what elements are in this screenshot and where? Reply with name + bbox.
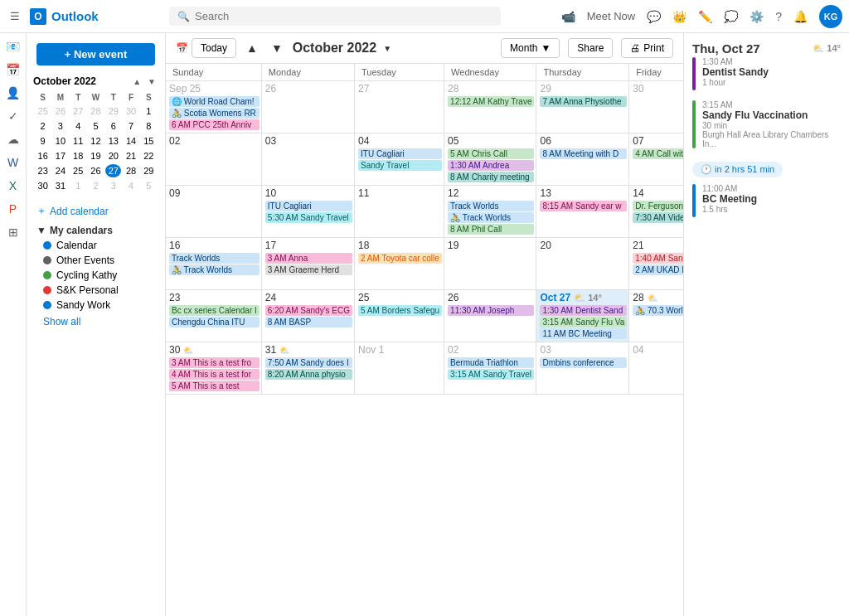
calendar-event[interactable]: 11 AM BC Meeting [540, 328, 627, 339]
print-button[interactable]: 🖨 Print [621, 38, 673, 58]
nav-onedrive-icon[interactable]: ☁ [7, 133, 19, 146]
calendar-event[interactable]: 7:30 AM Video Call wi [633, 212, 683, 223]
calendar-day[interactable]: 11 [355, 186, 444, 238]
mini-day[interactable]: 18 [70, 149, 86, 162]
calendar-event[interactable]: 3 AM Anna [265, 253, 352, 264]
calendar-event[interactable]: 12:12 AM Kathy Trave [448, 96, 534, 107]
video-icon[interactable]: 📹 [561, 10, 575, 23]
calendar-event[interactable]: 1:40 AM Sandy blood [633, 253, 683, 264]
show-all-button[interactable]: Show all [36, 313, 155, 331]
calendar-day[interactable]: 04 ITU Cagliari Sandy Travel [355, 133, 444, 186]
calendar-event[interactable]: Track Worlds [169, 253, 260, 264]
today-button[interactable]: Today [192, 38, 236, 58]
month-view-button[interactable]: Month ▼ [501, 38, 560, 58]
calendar-item-cycling[interactable]: Cycling Kathy [36, 268, 155, 283]
nav-excel-icon[interactable]: X [9, 179, 17, 192]
calendar-day[interactable]: Nov 1 [355, 342, 444, 395]
calendar-day[interactable]: 23 Bc cx series Calendar I Chengdu China… [166, 290, 261, 342]
calendar-event[interactable]: 7 AM Anna Physiothe [540, 96, 627, 107]
mini-day[interactable]: 30 [123, 104, 138, 118]
calendar-event[interactable]: Chengdu China ITU [169, 317, 260, 327]
mini-day[interactable]: 26 [52, 104, 68, 118]
calendar-event[interactable]: Track Worlds [448, 201, 534, 211]
mini-day[interactable]: 24 [52, 164, 68, 177]
nav-calendar-icon[interactable]: 📅 [6, 63, 20, 76]
skype-icon[interactable]: 💬 [647, 10, 661, 23]
calendar-day[interactable]: 24 6:20 AM Sandy's ECG 8 AM BASP [261, 290, 354, 342]
calendar-day[interactable]: Oct 27 ⛅ 14° 1:30 AM Dentist Sand 3:15 A… [536, 290, 629, 342]
calendar-day[interactable]: 04 [629, 342, 683, 395]
calendar-day[interactable]: 05 5 AM Chris Call 1:30 AM Andrea 8 AM C… [444, 133, 536, 186]
mini-day[interactable]: 25 [70, 164, 86, 177]
mini-day[interactable]: 22 [141, 149, 157, 162]
mini-cal-prev[interactable]: ▲ [130, 76, 143, 87]
calendar-event[interactable]: 🚴 70.3 World Tri [633, 305, 683, 316]
calendar-day[interactable]: 18 2 AM Toyota car colle [355, 238, 444, 290]
calendar-event[interactable]: 5 AM This is a test [169, 381, 260, 391]
calendar-item-calendar[interactable]: Calendar [36, 238, 155, 253]
calendar-day[interactable]: 13 8:15 AM Sandy ear w [536, 186, 629, 238]
mini-day[interactable]: 10 [52, 134, 68, 148]
calendar-event[interactable]: 4 AM Call with Cyclist [633, 148, 683, 159]
title-dropdown-icon[interactable]: ▼ [383, 44, 391, 53]
settings-icon[interactable]: ⚙️ [750, 10, 764, 23]
mini-day[interactable]: 1 [70, 179, 86, 192]
mini-day[interactable]: 28 [123, 164, 138, 177]
mini-cal-title[interactable]: October 2022 [33, 75, 96, 87]
mini-day[interactable]: 14 [123, 134, 138, 148]
calendar-event[interactable]: 6:20 AM Sandy's ECG [265, 305, 352, 316]
calendar-event[interactable]: 6 AM PCC 25th Anniv [169, 119, 260, 130]
calendar-event[interactable]: 7:50 AM Sandy does I [265, 357, 352, 368]
mini-day[interactable]: 30 [35, 179, 51, 192]
nav-apps-icon[interactable]: ⊞ [8, 226, 18, 239]
calendar-event[interactable]: 1:30 AM Dentist Sand [540, 305, 627, 316]
mini-day-today[interactable]: 27 [105, 164, 121, 177]
calendar-day[interactable]: 27 [355, 81, 444, 133]
calendar-event[interactable]: 8 AM Phil Call [448, 224, 534, 235]
calendar-event[interactable]: 5 AM Chris Call [448, 148, 534, 159]
add-calendar-button[interactable]: ＋ Add calendar [36, 201, 155, 221]
calendar-event[interactable]: 🚴 Scotia Womens RR [169, 108, 260, 119]
calendar-day[interactable]: 26 11:30 AM Joseph [444, 290, 536, 342]
calendar-day[interactable]: 19 [444, 238, 536, 290]
calendar-day[interactable]: 30 ⛅ 3 AM This is a test fro 4 AM This i… [166, 342, 261, 395]
calendar-event[interactable]: Dr. Ferguson will call f [633, 201, 683, 211]
right-panel-event[interactable]: 1:30 AM Dentist Sandy 1 hour [692, 57, 841, 90]
calendar-event[interactable]: 8 AM Charity meeting [448, 172, 534, 182]
help-icon[interactable]: ? [775, 10, 782, 23]
mini-day[interactable]: 2 [35, 119, 51, 133]
mini-day[interactable]: 4 [70, 119, 86, 133]
calendar-day[interactable]: 02 Bermuda Triathlon 3:15 AM Sandy Trave… [444, 342, 536, 395]
mini-day[interactable]: 29 [105, 104, 121, 118]
calendar-event[interactable]: 5 AM Borders Safegu [358, 305, 442, 316]
mini-day[interactable]: 25 [35, 104, 51, 118]
calendar-event[interactable]: Bc cx series Calendar I [169, 305, 260, 316]
avatar[interactable]: KG [819, 5, 842, 28]
meet-now-label[interactable]: Meet Now [587, 10, 636, 22]
hamburger-icon[interactable]: ☰ [7, 8, 23, 25]
calendar-day[interactable]: 17 3 AM Anna 3 AM Graeme Herd [261, 238, 354, 290]
mini-day[interactable]: 2 [88, 179, 104, 192]
calendar-event[interactable]: 2 AM Toyota car colle [358, 253, 442, 264]
my-calendars-header[interactable]: ▼ My calendars [36, 221, 155, 238]
mini-day[interactable]: 3 [105, 179, 121, 192]
calendar-day[interactable]: 10 ITU Cagliari 5:30 AM Sandy Travel [261, 186, 354, 238]
calendar-day[interactable]: Sep 25 🌐 World Road Cham! 🚴 Scotia Women… [166, 81, 261, 133]
mini-day[interactable]: 13 [105, 134, 121, 148]
calendar-event[interactable]: 3:15 AM Sandy Flu Va [540, 317, 627, 327]
mini-day[interactable]: 1 [141, 104, 157, 118]
right-panel-event[interactable]: 11:00 AM BC Meeting 1.5 hrs [692, 184, 841, 217]
calendar-day[interactable]: 07 4 AM Call with Cyclist [629, 133, 683, 186]
calendar-event[interactable]: ITU Cagliari [265, 201, 352, 211]
calendar-event[interactable]: 5:30 AM Sandy Travel [265, 212, 352, 223]
calendar-event[interactable]: ITU Cagliari [358, 148, 442, 159]
calendar-day[interactable]: 02 [166, 133, 261, 186]
mini-day[interactable]: 12 [88, 134, 104, 148]
nav-contacts-icon[interactable]: 👤 [6, 86, 20, 99]
calendar-event[interactable]: 🚴 Track Worlds [448, 212, 534, 223]
mini-day[interactable]: 3 [52, 119, 68, 133]
calendar-day[interactable]: 09 [166, 186, 261, 238]
calendar-event[interactable]: 🚴 Track Worlds [169, 264, 260, 275]
calendar-event[interactable]: 8:15 AM Sandy ear w [540, 201, 627, 211]
mini-day[interactable]: 23 [35, 164, 51, 177]
